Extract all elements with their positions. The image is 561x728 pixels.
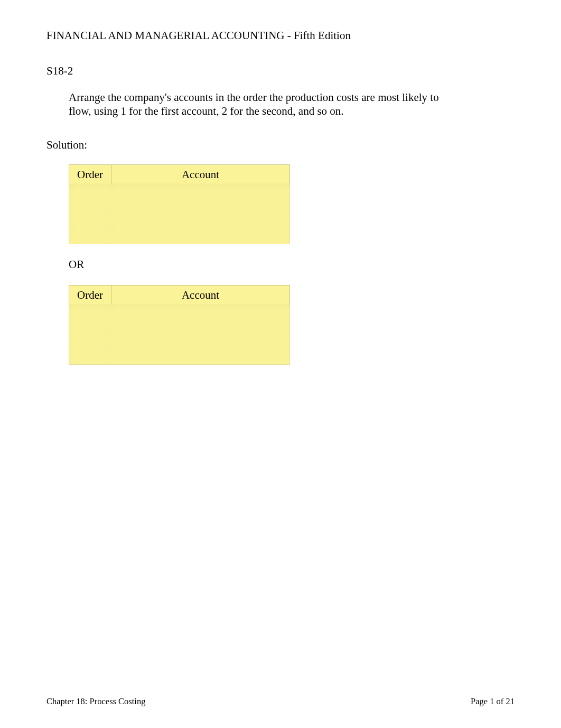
- table-2-cell-account: [111, 305, 290, 320]
- table-2-cell-account: [111, 335, 290, 349]
- table-1-cell-order: [69, 199, 111, 214]
- table-row: [69, 335, 290, 349]
- book-title: FINANCIAL AND MANAGERIAL ACCOUNTING - Fi…: [46, 29, 515, 42]
- table-1-wrapper: Order Account: [69, 164, 515, 244]
- table-2-cell-order: [69, 349, 111, 364]
- table-1-header-order: Order: [69, 164, 111, 185]
- table-2-cell-account: [111, 349, 290, 364]
- footer-page-number: Page 1 of 21: [471, 696, 515, 707]
- accounts-table-2: Order Account: [69, 285, 290, 365]
- footer-chapter: Chapter 18: Process Costing: [46, 696, 145, 707]
- problem-number: S18-2: [46, 64, 515, 78]
- table-1-cell-account: [111, 229, 290, 244]
- table-row: [69, 199, 290, 214]
- table-1-header-account: Account: [111, 164, 290, 185]
- accounts-table-1: Order Account: [69, 164, 290, 244]
- table-1-cell-account: [111, 185, 290, 199]
- table-2-cell-order: [69, 335, 111, 349]
- page-container: FINANCIAL AND MANAGERIAL ACCOUNTING - Fi…: [0, 0, 561, 728]
- table-2-wrapper: Order Account: [69, 285, 515, 365]
- table-1-cell-order: [69, 185, 111, 199]
- table-2-cell-account: [111, 320, 290, 335]
- solution-label: Solution:: [46, 139, 515, 152]
- table-row: [69, 305, 290, 320]
- table-2-header-account: Account: [111, 285, 290, 305]
- table-2-header-order: Order: [69, 285, 111, 305]
- table-1-cell-order: [69, 214, 111, 229]
- table-1-cell-order: [69, 229, 111, 244]
- or-separator: OR: [69, 258, 515, 271]
- table-row: [69, 320, 290, 335]
- table-row: [69, 214, 290, 229]
- table-row: [69, 349, 290, 364]
- page-footer: Chapter 18: Process Costing Page 1 of 21: [46, 696, 515, 707]
- table-2-cell-order: [69, 305, 111, 320]
- problem-statement: Arrange the company's accounts in the or…: [69, 90, 449, 118]
- table-1-cell-account: [111, 214, 290, 229]
- table-1-cell-account: [111, 199, 290, 214]
- table-row: [69, 185, 290, 199]
- table-row: [69, 229, 290, 244]
- table-2-cell-order: [69, 320, 111, 335]
